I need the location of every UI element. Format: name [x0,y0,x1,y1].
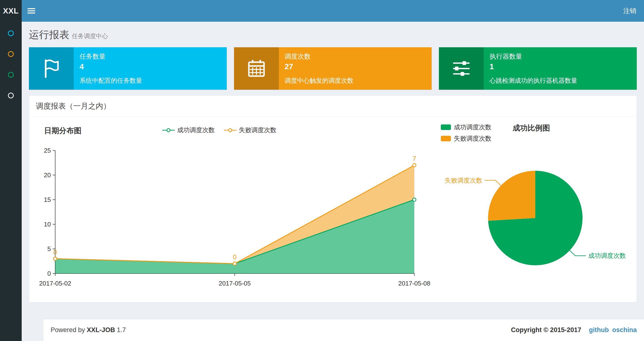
svg-text:25: 25 [44,147,51,154]
main-content: 运行报表任务调度中心 任务数量 4 系统中配置的任务数量 [22,0,644,341]
svg-text:20: 20 [44,171,51,179]
line-marker-icon [162,128,175,132]
legend-label: 失败调度次数 [239,126,276,134]
svg-text:0: 0 [233,253,236,261]
page-title: 运行报表 [29,29,70,40]
legend-label: 成功调度次数 [177,126,215,134]
success-ratio-chart: 成功调度次数 失败调度次数 成功比例图 成功调度次数失败调度次数 [434,123,632,295]
svg-text:2017-05-02: 2017-05-02 [39,280,71,287]
info-box-value: 4 [80,62,221,71]
svg-text:7: 7 [412,155,416,162]
line-chart-title: 日期分布图 [44,126,82,136]
sidebar [0,22,22,341]
svg-text:成功调度次数: 成功调度次数 [588,252,626,259]
page-subtitle: 任务调度中心 [72,33,108,39]
info-box-value: 27 [285,62,426,71]
calendar-icon [234,47,279,90]
info-box-description: 心跳检测成功的执行器机器数量 [490,77,631,85]
line-chart-svg: 05101520252017-05-022017-05-052017-05-08… [34,138,434,294]
charts-container: 日期分布图 成功调度次数 [29,117,636,302]
stat-boxes-row: 任务数量 4 系统中配置的任务数量 [22,43,644,90]
line-chart-legend: 成功调度次数 失败调度次数 [162,126,286,134]
svg-text:5: 5 [48,245,51,252]
pie-legend-fail[interactable]: 失败调度次数 [441,134,492,143]
line-marker-icon [224,128,236,132]
info-box-value: 1 [490,62,631,71]
content-header: 运行报表任务调度中心 [22,22,644,43]
info-box-executor-count: 执行器数量 1 心跳检测成功的执行器机器数量 [439,47,637,90]
svg-text:失败调度次数: 失败调度次数 [445,177,482,184]
sidebar-toggle-button[interactable] [22,0,41,22]
info-box-description: 调度中心触发的调度次数 [285,77,426,85]
github-link[interactable]: github [589,326,609,334]
oschina-link[interactable]: oschina [612,326,637,334]
page-footer: Powered by XXL-JOB 1.7 Copyright © 2015-… [44,319,644,341]
date-distribution-chart: 日期分布图 成功调度次数 [34,123,434,295]
info-box-content: 调度次数 27 调度中心触发的调度次数 [279,47,432,90]
svg-text:2017-05-08: 2017-05-08 [398,280,430,287]
green-swatch-icon [441,124,451,130]
flag-icon [29,47,74,90]
info-box-content: 任务数量 4 系统中配置的任务数量 [74,47,227,90]
sidebar-item-1-icon[interactable] [8,30,14,36]
svg-text:0: 0 [53,249,57,256]
info-box-title: 执行器数量 [490,52,631,61]
legend-label: 成功调度次数 [454,123,492,131]
product-name: XXL-JOB [87,326,115,333]
sidebar-menu [0,22,22,113]
legend-label: 失败调度次数 [454,134,492,143]
info-box-content: 执行器数量 1 心跳检测成功的执行器机器数量 [484,47,637,90]
info-box-job-count: 任务数量 4 系统中配置的任务数量 [29,47,227,90]
info-box-description: 系统中配置的任务数量 [80,77,221,85]
pie-chart-title: 成功比例图 [513,123,550,133]
sidebar-item-2-icon[interactable] [8,51,14,57]
orange-swatch-icon [441,136,451,141]
copyright-text: Copyright © 2015-2017 [511,326,581,334]
sliders-icon [439,47,484,90]
info-box-title: 调度次数 [285,52,426,61]
hamburger-icon [27,7,36,15]
legend-item-success[interactable]: 成功调度次数 [162,126,215,134]
pie-chart-svg: 成功调度次数失败调度次数 [434,146,632,281]
info-box-trigger-count: 调度次数 27 调度中心触发的调度次数 [234,47,432,90]
report-panel: 调度报表（一月之内） 日期分布图 成功调度次数 [29,96,637,302]
pie-legend-success[interactable]: 成功调度次数 [441,123,492,131]
svg-text:2017-05-05: 2017-05-05 [219,280,251,287]
svg-text:0: 0 [48,270,51,277]
sidebar-item-4-icon[interactable] [8,93,14,98]
svg-text:10: 10 [44,221,51,228]
top-navbar: XXL 注销 [0,0,644,22]
svg-text:15: 15 [44,196,51,203]
app-logo[interactable]: XXL [0,0,22,22]
sidebar-item-3-icon[interactable] [8,72,14,78]
pie-chart-legend: 成功调度次数 失败调度次数 [441,123,492,146]
info-box-title: 任务数量 [80,52,221,61]
legend-item-fail[interactable]: 失败调度次数 [224,126,276,134]
report-panel-title: 调度报表（一月之内） [29,96,636,117]
logout-link[interactable]: 注销 [616,0,644,22]
powered-by-text: Powered by XXL-JOB 1.7 [50,326,126,334]
